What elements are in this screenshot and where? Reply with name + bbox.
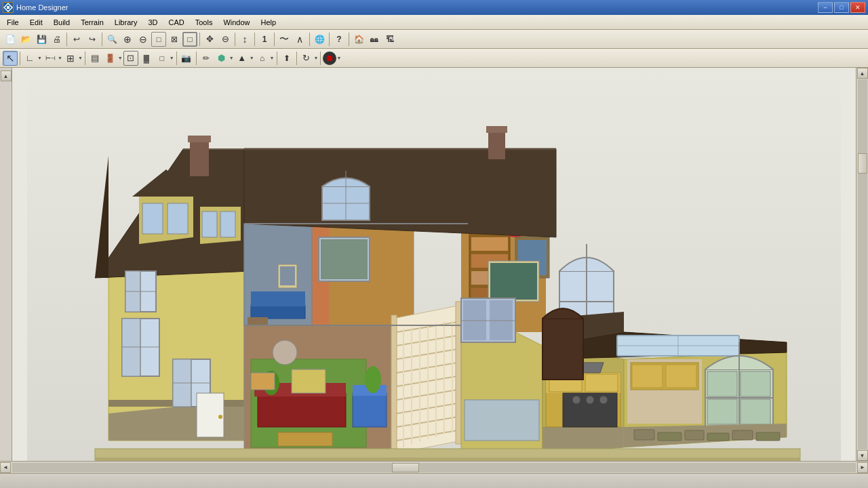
svg-rect-19 (220, 211, 235, 237)
menu-tools[interactable]: Tools (190, 17, 218, 28)
rotate-dropdown[interactable]: ▼ (314, 56, 319, 60)
roof-button[interactable]: ⌂ (255, 51, 270, 66)
new-button[interactable]: 📄 (3, 32, 18, 47)
app-icon (3, 2, 14, 13)
menu-terrain[interactable]: Terrain (75, 17, 109, 28)
stair-button[interactable]: ▓ (139, 51, 154, 66)
dim-dropdown[interactable]: ▼ (58, 56, 62, 60)
menubar: File Edit Build Terrain Library 3D CAD T… (0, 15, 868, 30)
fitpage-button[interactable]: □ (151, 32, 166, 47)
hscroll-thumb[interactable] (392, 463, 419, 472)
tsep6 (296, 52, 297, 65)
sep1 (66, 33, 67, 46)
angle-button[interactable]: ∟ (22, 51, 37, 66)
menu-edit[interactable]: Edit (24, 17, 48, 28)
house-svg (27, 68, 841, 461)
window-button[interactable]: ⊡ (123, 51, 138, 66)
svg-rect-125 (666, 365, 696, 388)
up-button[interactable]: ⬆ (279, 51, 294, 66)
house1-button[interactable]: 🏠 (351, 32, 366, 47)
sep7 (309, 33, 310, 46)
fitwin-button[interactable]: ⊠ (167, 32, 182, 47)
scroll-up-button[interactable]: ▲ (857, 68, 868, 79)
hscroll-track[interactable] (12, 463, 856, 472)
print-button[interactable]: 🖨 (50, 32, 64, 47)
menu-file[interactable]: File (1, 17, 24, 28)
left-top-btn[interactable]: ▲ (1, 70, 12, 81)
room-dropdown[interactable]: ▼ (170, 56, 174, 60)
menu-3d[interactable]: 3D (142, 17, 163, 28)
record-dropdown[interactable]: ▼ (336, 56, 341, 60)
tsep4 (196, 52, 197, 65)
scroll-down-button[interactable]: ▼ (857, 450, 868, 461)
house2-button[interactable]: 🏘 (367, 32, 382, 47)
zoomout-button[interactable]: ⊖ (136, 32, 151, 47)
scroll-thumb[interactable] (858, 153, 867, 174)
sep9 (349, 33, 349, 46)
dim-button[interactable]: ⊢⊣ (43, 51, 58, 66)
globe-button[interactable]: 🌐 (312, 32, 327, 47)
num1-button[interactable]: 1 (257, 32, 272, 47)
menu-build[interactable]: Build (48, 17, 75, 28)
plant-dropdown[interactable]: ▼ (250, 56, 254, 60)
roof-dropdown[interactable]: ▼ (270, 56, 275, 60)
wall-button[interactable]: ▤ (87, 51, 102, 66)
svg-rect-15 (167, 203, 188, 234)
close-button[interactable]: ✕ (850, 2, 865, 13)
scroll-left-button[interactable]: ◄ (0, 462, 11, 473)
svg-rect-113 (707, 399, 737, 424)
arrow-button[interactable]: ↕ (237, 32, 252, 47)
menu-help[interactable]: Help (256, 17, 282, 28)
door-dropdown[interactable]: ▼ (118, 56, 123, 60)
pan-button[interactable]: ✥ (202, 32, 217, 47)
toolbar1: 📄 📂 💾 🖨 ↩ ↪ 🔍 ⊕ ⊖ □ ⊠ □ ✥ ⊖ ↕ 1 〜 ∧ 🌐 ? … (0, 30, 868, 49)
find-button[interactable]: 🔍 (104, 32, 119, 47)
zoomin-button[interactable]: ⊕ (120, 32, 135, 47)
left-sidebar: ▲ (0, 68, 12, 461)
wave-button[interactable]: 〜 (277, 32, 292, 47)
svg-point-54 (273, 340, 297, 365)
camera-button[interactable]: 📷 (179, 51, 194, 66)
select-button[interactable]: ↖ (3, 51, 18, 66)
svg-rect-52 (292, 369, 326, 393)
record-button[interactable]: ⏺ (323, 52, 336, 65)
save-button[interactable]: 💾 (34, 32, 49, 47)
svg-rect-114 (741, 399, 770, 424)
titlebar: Home Designer − □ ✕ (0, 0, 868, 15)
help-button[interactable]: ? (332, 32, 347, 47)
toolbar2: ↖ ∟ ▼ ⊢⊣ ▼ ⊞ ▼ ▤ 🚪 ▼ ⊡ ▓ □ ▼ 📷 ✏ ⬢ ▼ ▲ ▼… (0, 49, 868, 68)
grid-button[interactable]: ⊞ (63, 51, 78, 66)
redo-button[interactable]: ↪ (85, 32, 100, 47)
minimize-button[interactable]: − (818, 2, 833, 13)
svg-rect-49 (278, 432, 332, 446)
open-button[interactable]: 📂 (18, 32, 33, 47)
tsep5 (277, 52, 277, 65)
room-button[interactable]: □ (155, 51, 170, 66)
svg-rect-118 (685, 430, 704, 440)
menu-library[interactable]: Library (109, 17, 143, 28)
plant-button[interactable]: ▲ (235, 51, 250, 66)
pencil-button[interactable]: ✏ (199, 51, 214, 66)
undo-button[interactable]: ↩ (69, 32, 84, 47)
svg-rect-119 (707, 433, 729, 441)
grid-dropdown[interactable]: ▼ (78, 56, 83, 60)
scroll-right-button[interactable]: ► (857, 462, 868, 473)
svg-point-84 (572, 396, 580, 404)
scroll-track[interactable] (858, 79, 867, 449)
house3-button[interactable]: 🏗 (382, 32, 397, 47)
door-button[interactable]: 🚪 (103, 51, 118, 66)
ruler-button[interactable]: ⬢ (214, 51, 229, 66)
house-render (12, 68, 856, 461)
rotate-button[interactable]: ↻ (299, 51, 314, 66)
zoombox-button[interactable]: □ (182, 32, 197, 47)
angle-dropdown[interactable]: ▼ (37, 56, 42, 60)
panminus-button[interactable]: ⊖ (218, 32, 233, 47)
menu-window[interactable]: Window (218, 17, 255, 28)
svg-rect-39 (251, 291, 305, 306)
canvas-area[interactable] (12, 68, 856, 461)
svg-point-51 (365, 366, 381, 393)
maximize-button[interactable]: □ (834, 2, 849, 13)
menu-cad[interactable]: CAD (163, 17, 189, 28)
peak-button[interactable]: ∧ (292, 32, 307, 47)
ruler-dropdown[interactable]: ▼ (229, 56, 234, 60)
